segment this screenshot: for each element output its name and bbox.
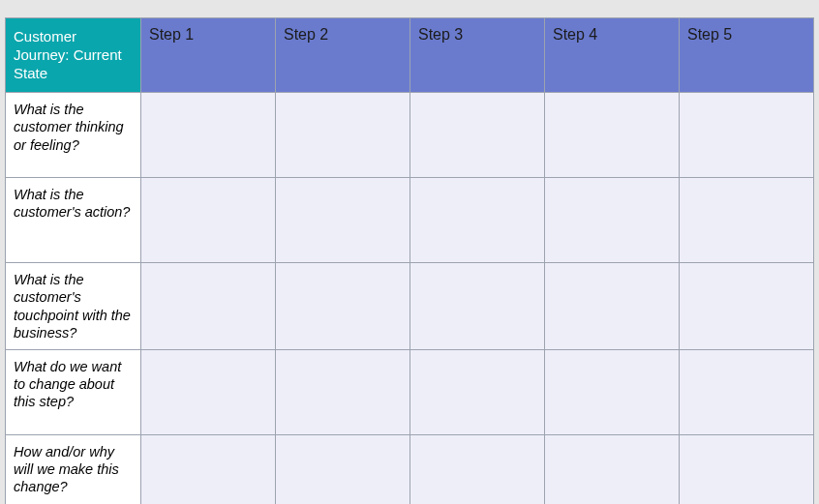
table-row: What is the customer's action? — [6, 178, 814, 263]
table-row: How and/or why will we make this change? — [6, 434, 814, 504]
cell-r1-c1 — [141, 93, 276, 178]
cell-r2-c5 — [680, 178, 814, 263]
table-row: What is the customer's touchpoint with t… — [6, 263, 814, 350]
row-question-2: What is the customer's action? — [6, 178, 141, 263]
step-header-4: Step 4 — [545, 18, 680, 93]
cell-r5-c2 — [276, 434, 410, 504]
table-row: What is the customer thinking or feeling… — [6, 93, 814, 178]
cell-r5-c1 — [141, 434, 276, 504]
row-question-3: What is the customer's touchpoint with t… — [6, 263, 141, 350]
step-header-3: Step 3 — [410, 18, 545, 93]
cell-r3-c2 — [276, 263, 410, 350]
cell-r4-c1 — [141, 349, 276, 434]
step-header-2: Step 2 — [276, 18, 410, 93]
cell-r4-c3 — [410, 349, 545, 434]
cell-r5-c5 — [680, 434, 814, 504]
cell-r3-c1 — [141, 263, 276, 350]
step-header-5: Step 5 — [680, 18, 814, 93]
cell-r1-c5 — [680, 93, 814, 178]
cell-r3-c5 — [680, 263, 814, 350]
journey-table-wrapper: Customer Journey: Current State Step 1 S… — [0, 0, 819, 504]
cell-r1-c3 — [410, 93, 545, 178]
row-question-4: What do we want to change about this ste… — [6, 349, 141, 434]
cell-r1-c4 — [545, 93, 680, 178]
cell-r3-c4 — [545, 263, 680, 350]
header-row: Customer Journey: Current State Step 1 S… — [6, 18, 814, 93]
cell-r4-c5 — [680, 349, 814, 434]
cell-r2-c1 — [141, 178, 276, 263]
table-title-cell: Customer Journey: Current State — [6, 18, 141, 93]
cell-r2-c2 — [276, 178, 410, 263]
cell-r5-c3 — [410, 434, 545, 504]
customer-journey-table: Customer Journey: Current State Step 1 S… — [5, 17, 814, 504]
cell-r3-c3 — [410, 263, 545, 350]
row-question-5: How and/or why will we make this change? — [6, 434, 141, 504]
cell-r2-c3 — [410, 178, 545, 263]
cell-r1-c2 — [276, 93, 410, 178]
cell-r4-c4 — [545, 349, 680, 434]
cell-r2-c4 — [545, 178, 680, 263]
step-header-1: Step 1 — [141, 18, 276, 93]
cell-r4-c2 — [276, 349, 410, 434]
table-row: What do we want to change about this ste… — [6, 349, 814, 434]
cell-r5-c4 — [545, 434, 680, 504]
row-question-1: What is the customer thinking or feeling… — [6, 93, 141, 178]
